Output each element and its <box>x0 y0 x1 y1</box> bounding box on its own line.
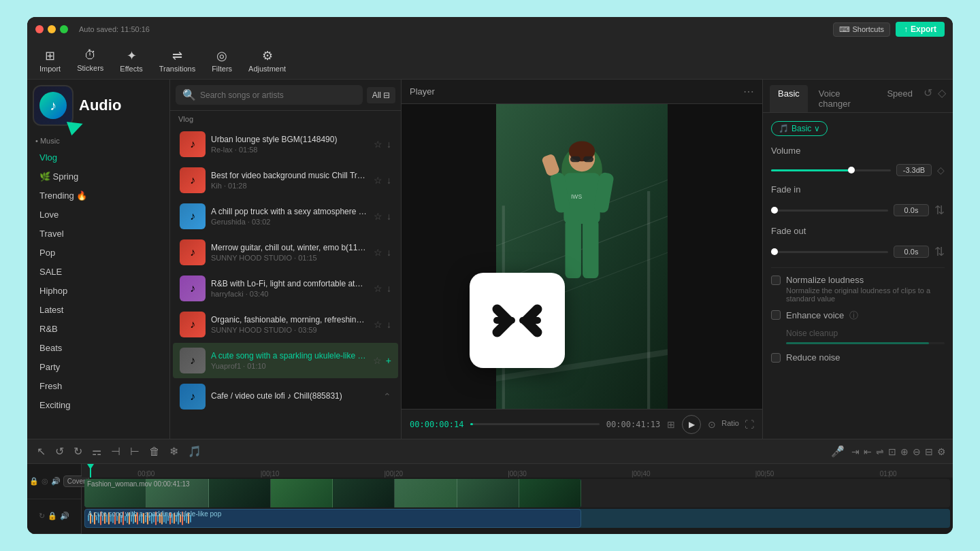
undo-icon[interactable]: ↺ <box>924 86 932 112</box>
cat-item-vlog[interactable]: Vlog <box>30 148 167 167</box>
redo-tool[interactable]: ↻ <box>71 444 85 459</box>
cat-item-fresh[interactable]: Fresh <box>30 377 167 395</box>
list-item[interactable]: ♪ Urban lounge style BGM(1148490) Re-lax… <box>173 127 398 162</box>
cat-item-exciting[interactable]: Exciting <box>30 396 167 414</box>
list-item[interactable]: ♪ A cute song with a sparkling ukulele-l… <box>173 343 398 378</box>
export-button[interactable]: ↑ Export <box>896 22 945 37</box>
audio-tool[interactable]: 🎵 <box>185 444 204 459</box>
download-icon[interactable]: ↓ <box>387 283 391 294</box>
list-item[interactable]: ♪ A chill pop truck with a sexy atmosphe… <box>173 199 398 234</box>
list-item[interactable]: ♪ Best for video background music Chill … <box>173 163 398 198</box>
mic-icon[interactable]: 🎤 <box>828 444 847 459</box>
delete-tool[interactable]: 🗑 <box>146 444 163 459</box>
list-item[interactable]: ♪ Merrow guitar, chill out, winter, emo … <box>173 235 398 270</box>
fadein-thumb[interactable] <box>771 207 778 214</box>
fadeout-value[interactable]: 0.0s <box>894 246 929 258</box>
cat-item-pop[interactable]: Pop <box>30 244 167 262</box>
tl-settings-icon[interactable]: ⚙ <box>937 446 946 457</box>
tl-icon-3[interactable]: ⇌ <box>876 446 884 457</box>
tab-basic[interactable]: Basic <box>770 85 808 112</box>
lock-track-icon[interactable]: 🔒 <box>29 477 39 486</box>
basic-badge[interactable]: 🎵 Basic ∨ <box>771 121 828 136</box>
favorite-icon[interactable]: ☆ <box>374 211 382 222</box>
cat-item-sale[interactable]: SALE <box>30 263 167 281</box>
timeline-content[interactable]: 00:00 |00:10 |00:20 |00:30 |00:40 |00:50… <box>82 464 953 534</box>
search-input-wrap[interactable]: 🔍 <box>176 85 363 105</box>
split-tool[interactable]: ⚎ <box>89 444 104 459</box>
volume-value[interactable]: -3.3dB <box>896 164 932 176</box>
tl-icon-5[interactable]: ⊕ <box>900 446 909 457</box>
audio-lock-icon[interactable]: 🔒 <box>48 512 57 520</box>
all-filter-button[interactable]: All ⊟ <box>367 87 395 103</box>
fadein-stepper-up[interactable]: ⇅ <box>934 203 945 218</box>
volume-thumb[interactable] <box>848 167 855 173</box>
freeze-tool[interactable]: ❄ <box>167 444 181 459</box>
audio-loop-icon[interactable]: ↻ <box>39 512 45 520</box>
cat-item-latest[interactable]: Latest <box>30 301 167 319</box>
favorite-icon[interactable]: ☆ <box>374 319 382 330</box>
player-menu-icon[interactable]: ⋯ <box>743 85 754 98</box>
ratio-label[interactable]: Ratio <box>721 419 739 430</box>
fadein-slider[interactable] <box>771 210 888 212</box>
snapshot-icon[interactable]: ⊙ <box>708 419 716 430</box>
enhance-checkbox[interactable] <box>771 310 781 320</box>
toolbar-adjustment[interactable]: ⚙ Adjustment <box>242 44 293 77</box>
expand-icon[interactable]: ⌃ <box>383 391 391 402</box>
minimize-button[interactable] <box>48 25 56 33</box>
trim-right-tool[interactable]: ⊢ <box>127 444 142 459</box>
diamond-icon[interactable]: ◇ <box>938 86 946 112</box>
noise-cleanup-slider[interactable] <box>786 342 945 344</box>
close-button[interactable] <box>35 25 44 33</box>
favorite-icon[interactable]: ☆ <box>374 247 382 258</box>
play-button[interactable]: ▶ <box>682 415 701 434</box>
audio-vol-icon[interactable]: 🔊 <box>60 512 69 520</box>
select-tool[interactable]: ↖ <box>34 444 48 459</box>
audio-track[interactable]: A cute song with a sparkling ukulele-lik… <box>84 509 950 528</box>
shortcuts-button[interactable]: ⌨ Shortcuts <box>833 22 890 37</box>
cat-item-travel[interactable]: Travel <box>30 224 167 243</box>
list-item[interactable]: ♪ R&B with Lo-Fi, light and comfortable … <box>173 271 398 306</box>
favorite-icon[interactable]: ☆ <box>373 355 382 366</box>
cat-item-party[interactable]: Party <box>30 358 167 376</box>
favorite-icon[interactable]: ☆ <box>374 283 382 294</box>
tl-icon-4[interactable]: ⊡ <box>888 446 896 457</box>
list-item[interactable]: ♪ Cafe / video cute lofi ♪ Chill(885831)… <box>173 379 398 414</box>
cat-item-love[interactable]: Love <box>30 205 167 224</box>
list-item[interactable]: ♪ Organic, fashionable, morning, refresh… <box>173 307 398 342</box>
tab-voice-changer[interactable]: Voice changer <box>811 85 877 112</box>
eye-track-icon[interactable]: ◎ <box>42 477 48 486</box>
search-input[interactable] <box>200 90 356 100</box>
audio-track-icon[interactable]: 🔊 <box>51 477 61 486</box>
cat-item-hiphop[interactable]: Hiphop <box>30 282 167 300</box>
reduce-noise-checkbox[interactable] <box>771 353 781 363</box>
fullscreen-icon[interactable]: ⛶ <box>745 419 754 430</box>
favorite-icon[interactable]: ☆ <box>374 175 382 186</box>
toolbar-effects[interactable]: ✦ Effects <box>113 44 149 77</box>
fadeout-thumb[interactable] <box>771 248 778 255</box>
toolbar-import[interactable]: ⊞ Import <box>33 44 67 77</box>
cat-item-beats[interactable]: Beats <box>30 339 167 357</box>
tl-icon-7[interactable]: ⊟ <box>925 446 933 457</box>
timeline-playhead[interactable] <box>90 464 91 478</box>
volume-diamond-icon[interactable]: ◇ <box>937 165 945 176</box>
cat-item-spring[interactable]: 🌿 Spring <box>30 167 167 186</box>
fadeout-stepper[interactable]: ⇅ <box>934 244 945 259</box>
fullscreen-button[interactable] <box>60 25 68 33</box>
fadeout-slider[interactable] <box>771 251 888 253</box>
download-icon[interactable]: ↓ <box>387 139 391 150</box>
tl-icon-2[interactable]: ⇤ <box>864 446 872 457</box>
download-icon[interactable]: ↓ <box>387 211 391 222</box>
toolbar-filters[interactable]: ◎ Filters <box>205 44 239 77</box>
volume-slider[interactable] <box>771 169 891 171</box>
favorite-icon[interactable]: ☆ <box>374 139 382 150</box>
download-icon[interactable]: ↓ <box>387 247 391 258</box>
download-icon[interactable]: ↓ <box>387 319 391 330</box>
video-track[interactable]: Fashion_woman.mov 00:00:41:13 <box>84 479 950 507</box>
normalize-checkbox[interactable] <box>771 276 781 285</box>
toolbar-transitions[interactable]: ⇌ Transitions <box>152 44 202 77</box>
tl-icon-1[interactable]: ⇥ <box>851 446 860 457</box>
undo-tool[interactable]: ↺ <box>52 444 67 459</box>
trim-left-tool[interactable]: ⊣ <box>108 444 123 459</box>
player-timeline[interactable] <box>470 423 599 425</box>
tl-icon-6[interactable]: ⊖ <box>913 446 921 457</box>
